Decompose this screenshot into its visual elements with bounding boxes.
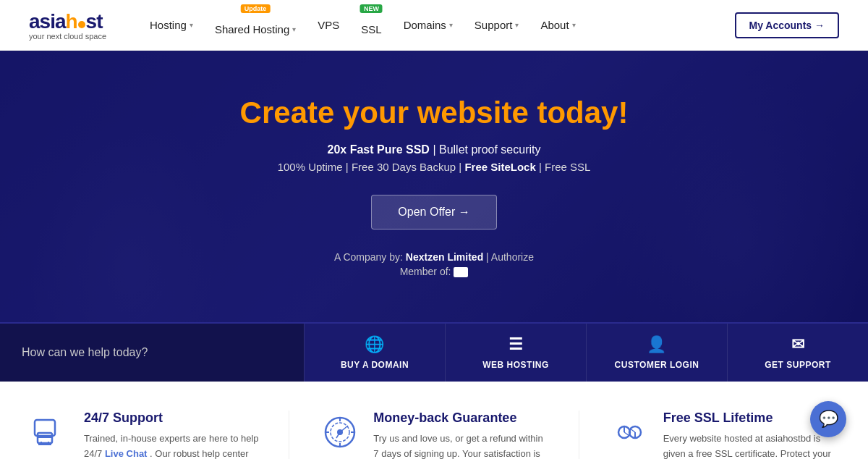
hero-subtitle2-part2: | Free SSL bbox=[539, 161, 590, 173]
company-suffix: | Authorize bbox=[486, 251, 534, 263]
hero-subtitle-bold: 20x Fast Pure SSD bbox=[328, 143, 430, 156]
logo[interactable]: asiahst your next cloud space bbox=[29, 10, 106, 41]
hero-subtitle2-bold: Free SiteLock bbox=[464, 161, 535, 173]
hero-content: Create your website today! 20x Fast Pure… bbox=[240, 96, 629, 277]
feature-guarantee-text: Money-back Guarantee Try us and love us,… bbox=[373, 410, 549, 459]
features-section: 24/7 Support Trained, in-house experts a… bbox=[0, 382, 868, 459]
company-name: Nextzen Limited bbox=[406, 251, 483, 263]
quick-item-get-support[interactable]: ✉ GET SUPPORT bbox=[727, 324, 868, 382]
guarantee-icon bbox=[318, 410, 362, 454]
nav-item-hosting[interactable]: Hosting ▾ bbox=[150, 19, 193, 31]
chat-button[interactable]: 💬 bbox=[810, 401, 846, 437]
feature-divider-2 bbox=[579, 410, 579, 459]
quick-item-label: WEB HOSTING bbox=[482, 360, 549, 370]
hero-member: Member of: bbox=[240, 266, 629, 277]
chevron-down-icon: ▾ bbox=[190, 21, 193, 29]
quick-bar-left-text: How can we help today? bbox=[0, 324, 304, 382]
feature-support-title: 24/7 Support bbox=[84, 410, 260, 426]
company-prefix: A Company by: bbox=[334, 251, 406, 263]
globe-icon: 🌐 bbox=[365, 335, 385, 354]
user-icon: 👤 bbox=[647, 335, 667, 354]
ssl-icon bbox=[608, 410, 652, 454]
my-accounts-button[interactable]: My Accounts → bbox=[735, 12, 840, 38]
nav-item-shared-hosting[interactable]: Update Shared Hosting ▾ bbox=[215, 14, 296, 35]
feature-support-text: 24/7 Support Trained, in-house experts a… bbox=[84, 410, 260, 459]
nav-item-support[interactable]: Support ▾ bbox=[475, 19, 519, 31]
nav-item-about[interactable]: About ▾ bbox=[540, 19, 575, 31]
feature-ssl: Free SSL Lifetime Every website hosted a… bbox=[608, 410, 839, 459]
envelope-icon: ✉ bbox=[791, 335, 805, 354]
server-icon: ☰ bbox=[509, 335, 524, 354]
member-logo-icon bbox=[454, 267, 468, 277]
chevron-down-icon: ▾ bbox=[572, 21, 576, 29]
hero-section: Create your website today! 20x Fast Pure… bbox=[0, 51, 868, 322]
update-badge: Update bbox=[241, 4, 271, 13]
quick-item-label: CUSTOMER LOGIN bbox=[615, 360, 699, 370]
logo-tagline: your next cloud space bbox=[29, 32, 106, 41]
nav-links: Hosting ▾ Update Shared Hosting ▾ VPS NE… bbox=[150, 14, 734, 35]
quick-item-label: BUY A DOMAIN bbox=[341, 360, 409, 370]
open-offer-button[interactable]: Open Offer → bbox=[371, 195, 496, 230]
quick-bar: How can we help today? 🌐 BUY A DOMAIN ☰ … bbox=[0, 322, 868, 382]
chevron-down-icon: ▾ bbox=[449, 21, 453, 29]
nav-right: My Accounts → bbox=[735, 12, 840, 38]
quick-items: 🌐 BUY A DOMAIN ☰ WEB HOSTING 👤 CUSTOMER … bbox=[304, 324, 868, 382]
nav-item-vps[interactable]: VPS bbox=[318, 19, 339, 31]
support-icon bbox=[29, 410, 72, 454]
nav-item-domains[interactable]: Domains ▾ bbox=[404, 19, 453, 31]
feature-guarantee-title: Money-back Guarantee bbox=[373, 410, 549, 426]
quick-item-buy-domain[interactable]: 🌐 BUY A DOMAIN bbox=[304, 324, 445, 382]
hero-title: Create your website today! bbox=[240, 96, 629, 130]
nav-item-ssl[interactable]: NEW SSL bbox=[361, 14, 381, 35]
quick-item-customer-login[interactable]: 👤 CUSTOMER LOGIN bbox=[586, 324, 727, 382]
hero-subtitle: 20x Fast Pure SSD | Bullet proof securit… bbox=[240, 143, 629, 156]
feature-divider-1 bbox=[289, 410, 289, 459]
feature-ssl-desc: Every website hosted at asiahostbd is gi… bbox=[663, 431, 839, 459]
svg-line-13 bbox=[340, 426, 348, 432]
logo-text: asiahst bbox=[29, 10, 106, 33]
feature-support-desc: Trained, in-house experts are here to he… bbox=[84, 431, 260, 459]
quick-item-label: GET SUPPORT bbox=[765, 360, 831, 370]
chevron-down-icon: ▾ bbox=[292, 25, 296, 33]
new-badge: NEW bbox=[360, 4, 383, 13]
hero-subtitle2-part1: 100% Uptime | Free 30 Days Backup | bbox=[278, 161, 465, 173]
quick-item-web-hosting[interactable]: ☰ WEB HOSTING bbox=[445, 324, 586, 382]
chevron-down-icon: ▾ bbox=[515, 21, 519, 29]
live-chat-link[interactable]: Live Chat bbox=[105, 448, 148, 459]
feature-support: 24/7 Support Trained, in-house experts a… bbox=[29, 410, 260, 459]
feature-guarantee: Money-back Guarantee Try us and love us,… bbox=[318, 410, 549, 459]
hero-subtitle2: 100% Uptime | Free 30 Days Backup | Free… bbox=[240, 161, 629, 173]
hero-company: A Company by: Nextzen Limited | Authoriz… bbox=[240, 251, 629, 263]
member-label: Member of: bbox=[400, 266, 451, 277]
navbar: asiahst your next cloud space Hosting ▾ … bbox=[0, 0, 868, 51]
feature-guarantee-desc: Try us and love us, or get a refund with… bbox=[373, 431, 549, 459]
chat-icon: 💬 bbox=[819, 410, 838, 429]
hero-subtitle-normal: | Bullet proof security bbox=[433, 143, 540, 156]
